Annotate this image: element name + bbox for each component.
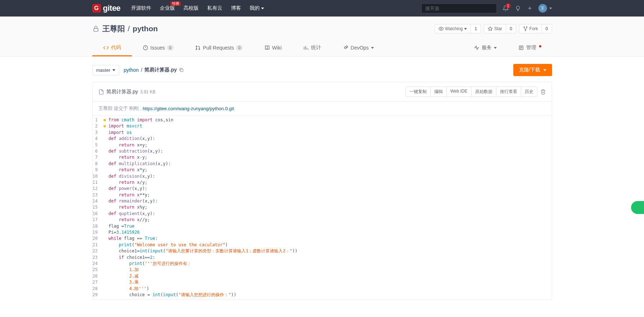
logo-link[interactable]: G gitee [92,4,121,13]
line-number[interactable]: 25 [93,267,99,273]
pr-icon [195,45,201,51]
repo-owner-link[interactable]: 王尊阳 [102,24,125,34]
tab-manage[interactable]: 管理 [508,40,552,56]
alert-dot-icon [539,45,541,47]
line-number[interactable]: 12 [93,186,99,192]
code-line: print('''您可进行的操作有： [103,261,552,267]
tool-history[interactable]: 历史 [521,87,537,97]
line-number[interactable]: 26 [93,273,99,279]
line-number[interactable]: 1 [93,117,99,123]
line-number[interactable]: 24 [93,261,99,267]
tool-raw[interactable]: 原始数据 [471,87,496,97]
line-number[interactable]: 10 [93,173,99,180]
watch-count: 1 [471,24,481,33]
line-number[interactable]: 4 [93,136,99,142]
line-number[interactable]: 21 [93,242,99,248]
line-number[interactable]: 19 [93,229,99,236]
tab-code[interactable]: 代码 [92,40,132,56]
tool-edit[interactable]: 编辑 [430,87,446,97]
file-toolbar: 一键复制 编辑 Web IDE 原始数据 按行查看 历史 [406,87,537,97]
tab-devops[interactable]: DevOps [332,40,385,56]
star-button[interactable]: Star 0 [484,24,516,33]
line-number[interactable]: 2 [93,123,99,129]
breadcrumb-file: 简易计算器.py [144,67,177,73]
line-number[interactable]: 3 [93,130,99,136]
svg-marker-3 [488,27,492,31]
line-number[interactable]: 22 [93,248,99,254]
code-icon [103,45,109,51]
tab-issues[interactable]: Issues0 [132,40,185,56]
commit-info: 王尊阳 提交于 刚刚 . https://gitee.com/wang-zuny… [93,102,552,116]
svg-point-10 [199,49,200,50]
line-number[interactable]: 29 [93,292,99,298]
code-line: return x*y; [103,167,552,173]
tab-wiki[interactable]: Wiki [254,40,292,56]
line-number[interactable]: 18 [93,223,99,229]
code-line: return x-y; [103,154,552,160]
line-number[interactable]: 13 [93,192,99,198]
tab-stats[interactable]: 统计 [292,40,332,56]
code-line: choice = int(input("请输入您想进行的操作：")) [103,292,552,298]
code-line: def remainder(x,y): [103,198,552,204]
nav-edu[interactable]: 高校版 [184,1,199,16]
trash-icon[interactable] [540,89,546,95]
notifications-icon[interactable]: 1 [502,5,509,11]
feedback-fab[interactable] [631,201,644,214]
code-content[interactable]: from cmath import cos,sinimport msvcrtim… [103,116,552,299]
search-input[interactable] [421,4,497,13]
lint-warning-icon [103,119,106,121]
line-number[interactable]: 17 [93,217,99,223]
watch-button[interactable]: Watching 1 [435,24,481,33]
code-line: return x/y; [103,180,552,186]
user-menu[interactable]: 王 [538,4,552,13]
code-line: 2.减 [103,273,552,279]
line-number[interactable]: 27 [93,279,99,285]
tool-copy[interactable]: 一键复制 [406,87,430,97]
line-number[interactable]: 11 [93,180,99,186]
code-line: import os [103,130,552,136]
branch-selector[interactable]: master [92,65,120,75]
breadcrumb-root[interactable]: python [124,67,139,73]
clone-download-button[interactable]: 克隆/下载 [513,64,552,76]
bulb-icon[interactable] [515,5,521,11]
chevron-down-icon [371,47,374,49]
line-number[interactable]: 28 [93,286,99,292]
nav-private[interactable]: 私有云 [207,1,222,16]
plus-icon[interactable] [527,5,533,11]
nav-mine[interactable]: 我的 [250,1,264,16]
file-name: 简易计算器.py [106,89,138,95]
code-line: choice1=int(input("请输入您要计算的类型：实数计算请输入1；虚… [103,248,552,254]
repo-name-link[interactable]: python [133,24,158,33]
logo-text: gitee [103,4,121,13]
nav-opensource[interactable]: 开源软件 [131,1,151,16]
svg-point-2 [440,28,442,29]
line-number[interactable]: 16 [93,211,99,217]
fork-button[interactable]: Fork 0 [519,24,552,33]
breadcrumb: python / 简易计算器.py [124,67,184,73]
code-line: 4.除''') [103,286,552,292]
avatar: 王 [538,4,547,13]
tab-pr[interactable]: Pull Requests0 [184,40,254,56]
line-number[interactable]: 23 [93,255,99,261]
code-line: if choice1==2: [103,255,552,261]
svg-point-8 [196,46,197,47]
nav-enterprise[interactable]: 企业版 特惠 [160,1,175,16]
tool-webide[interactable]: Web IDE [446,87,471,97]
line-number-gutter: 1234567891011121314151617181920212223242… [93,116,103,299]
line-number[interactable]: 7 [93,154,99,160]
tool-blame[interactable]: 按行查看 [496,87,521,97]
commit-url-link[interactable]: https://gitee.com/wang-zunyang/python.0.… [143,106,234,111]
settings-icon [518,45,524,51]
nav-blog[interactable]: 博客 [231,1,241,16]
svg-point-0 [516,6,519,9]
line-number[interactable]: 20 [93,236,99,242]
line-number[interactable]: 5 [93,142,99,148]
line-number[interactable]: 6 [93,148,99,154]
line-number[interactable]: 9 [93,167,99,173]
line-number[interactable]: 14 [93,198,99,204]
code-line: print("Welcome user to use the caculator… [103,242,552,248]
line-number[interactable]: 8 [93,161,99,167]
line-number[interactable]: 15 [93,204,99,210]
copy-icon[interactable] [179,67,184,73]
tab-service[interactable]: 服务 [463,40,508,56]
